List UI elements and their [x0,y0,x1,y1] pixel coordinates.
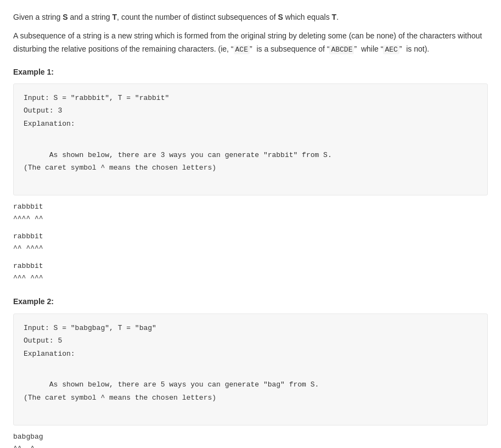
example-1-output: Output: 3 [24,104,477,117]
example-1-mono-1: rabbbit ^^^^ ^^ [13,201,488,225]
definition-text: A subsequence of a string is a new strin… [13,30,488,56]
example-1-mono-2: rabbbit ^^ ^^^^ [13,231,488,255]
example-2-mono-1: babgbag ^^ ^ [13,431,488,449]
example-1-explanation-label: Explanation: [24,117,477,130]
example-1-title: Example 1: [13,66,488,78]
example-1-input: Input: S = "rabbbit", T = "rabbit" [24,92,477,104]
example-2-input: Input: S = "babgbag", T = "bag" [24,322,477,334]
problem-statement: Given a string S and a string T, count t… [13,11,488,56]
example-2-title: Example 2: [13,295,488,307]
example-2-output: Output: 5 [24,334,477,347]
example-1-block: Input: S = "rabbbit", T = "rabbit" Outpu… [13,83,488,195]
example-1-explanation-text: As shown below, there are 3 ways you can… [24,136,477,187]
example-2-block: Input: S = "babgbag", T = "bag" Output: … [13,313,488,425]
example-1-mono-3: rabbbit ^^^ ^^^ [13,260,488,284]
example-2-explanation-label: Explanation: [24,348,477,360]
intro-text: Given a string S and a string T, count t… [13,11,488,24]
example-2: Example 2: Input: S = "babgbag", T = "ba… [13,295,488,448]
example-2-explanation-text: As shown below, there are 5 ways you can… [24,366,477,417]
example-1: Example 1: Input: S = "rabbbit", T = "ra… [13,66,488,285]
